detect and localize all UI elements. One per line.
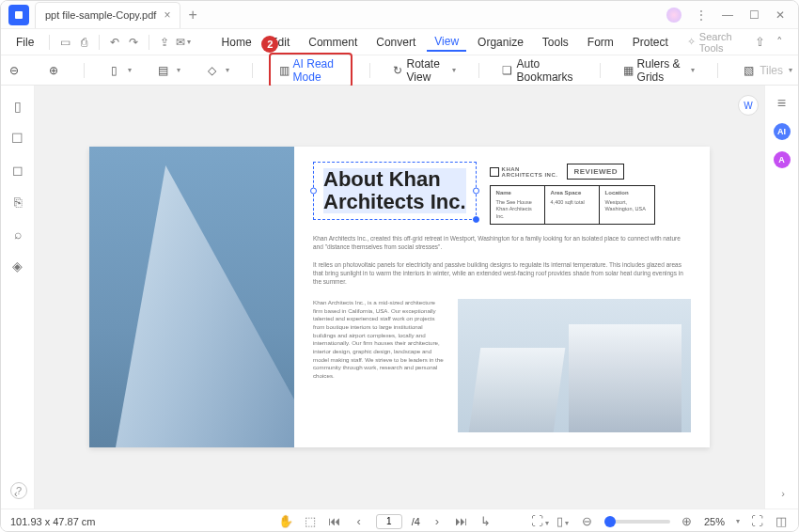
scroll-right-icon[interactable]: ›: [781, 488, 785, 499]
search-tools[interactable]: ✧ Search Tools: [687, 31, 751, 54]
paragraph-2: It relies on photovoltaic panels for ele…: [313, 260, 691, 286]
ai-secondary-icon[interactable]: A: [774, 151, 791, 168]
reading-order-button[interactable]: ▤▾: [150, 59, 186, 82]
mail-icon[interactable]: ✉▾: [176, 36, 191, 49]
ruler-icon: ▦: [623, 63, 634, 78]
menu-view[interactable]: View: [427, 33, 466, 52]
zoom-percent: 25%: [704, 516, 725, 527]
background-button[interactable]: ◇▾: [199, 59, 235, 82]
menu-protect[interactable]: Protect: [625, 34, 676, 51]
menu-organize[interactable]: Organize: [470, 34, 531, 51]
ai-assistant-icon[interactable]: AI: [774, 123, 791, 140]
callout-badge-2: 2: [261, 36, 278, 53]
page-display-button[interactable]: ▯▾: [102, 59, 137, 82]
layers-icon[interactable]: ◈: [12, 258, 23, 274]
company-logo: KHAN ARCHITECTS INC.: [490, 166, 558, 178]
wand-icon: ✧: [687, 36, 696, 48]
minimize-button[interactable]: —: [721, 8, 734, 22]
save-icon[interactable]: ▭: [57, 36, 72, 49]
thumbnails-icon[interactable]: ▯: [14, 99, 22, 114]
word-export-icon[interactable]: W: [738, 95, 759, 116]
jump-page-icon[interactable]: ↳: [478, 514, 494, 528]
fullscreen-icon[interactable]: ⛶: [749, 514, 764, 528]
zoom-out-button[interactable]: ⊖: [1, 59, 27, 82]
settings-sliders-icon[interactable]: ≡: [777, 95, 786, 112]
page-number-input[interactable]: [376, 514, 402, 529]
tiles-icon: ▧: [741, 63, 756, 78]
search-icon[interactable]: ⌕: [14, 227, 22, 242]
comments-icon[interactable]: ◻: [12, 163, 24, 178]
scroll-left-icon[interactable]: ‹: [14, 488, 18, 499]
bookmark-icon: ❏: [502, 63, 513, 78]
select-tool-icon[interactable]: ⬚: [303, 514, 318, 528]
print-icon[interactable]: ⎙: [76, 36, 91, 49]
tab-title: ppt file-sample-Copy.pdf: [45, 9, 156, 21]
bookmarks-icon[interactable]: ☐: [11, 131, 24, 146]
next-page-icon[interactable]: ›: [430, 514, 445, 528]
close-tab-icon[interactable]: ×: [164, 8, 170, 22]
menu-convert[interactable]: Convert: [368, 34, 423, 51]
chevron-up-icon[interactable]: ˄: [776, 35, 783, 49]
close-window-button[interactable]: ✕: [774, 8, 787, 22]
help-button[interactable]: ?: [10, 482, 27, 499]
heading-line-1: About Khan: [323, 168, 466, 191]
menu-comment[interactable]: Comment: [301, 34, 365, 51]
attachments-icon[interactable]: ⎘: [14, 195, 22, 210]
app-logo: [8, 5, 29, 25]
user-avatar[interactable]: [666, 8, 682, 23]
page-hero-image: [89, 147, 294, 447]
info-table: NameThe See House Khan Architects Inc. A…: [490, 185, 655, 224]
document-canvas[interactable]: W About Khan Architects Inc. KHAN: [35, 86, 764, 509]
zoom-in-button[interactable]: ⊕: [40, 59, 67, 82]
rotate-icon: ↻: [393, 63, 403, 78]
secondary-image: [458, 299, 691, 432]
book-icon: ▥: [278, 63, 289, 78]
reviewed-stamp: REVIEWED: [567, 164, 624, 180]
tiles-button: ▧Tiles▾: [735, 59, 798, 82]
single-page-icon[interactable]: ▯▾: [556, 514, 571, 528]
status-dimensions: 101.93 x 47.87 cm: [10, 516, 96, 527]
auto-bookmarks-button[interactable]: ❏Auto Bookmarks: [496, 54, 583, 87]
cloud-upload-icon[interactable]: ⇧: [755, 35, 765, 49]
menu-file[interactable]: File: [8, 34, 41, 51]
zoom-out-status-icon[interactable]: ⊖: [580, 514, 595, 528]
add-tab-button[interactable]: +: [188, 7, 196, 23]
prev-page-icon[interactable]: ‹: [352, 514, 367, 528]
menu-form[interactable]: Form: [580, 34, 621, 51]
undo-icon[interactable]: ↶: [107, 36, 122, 49]
zoom-slider[interactable]: [604, 520, 670, 524]
pdf-page: About Khan Architects Inc. KHAN ARCHITEC…: [89, 147, 710, 447]
page-total: /4: [412, 516, 420, 527]
heading-line-2: Architects Inc.: [323, 191, 466, 213]
zoom-in-status-icon[interactable]: ⊕: [680, 514, 695, 528]
document-tab[interactable]: ppt file-sample-Copy.pdf ×: [35, 2, 180, 28]
hand-tool-icon[interactable]: ✋: [278, 514, 293, 528]
more-icon[interactable]: ⋮: [695, 8, 708, 22]
fit-page-icon[interactable]: ◫: [774, 514, 789, 528]
rulers-grids-button[interactable]: ▦Rulers & Grids▾: [618, 54, 701, 87]
paragraph-3: Khan Architects Inc., is a mid-sized arc…: [313, 299, 445, 432]
last-page-icon[interactable]: ⏭: [454, 514, 469, 528]
fit-width-icon[interactable]: ⛶▾: [531, 514, 546, 528]
first-page-icon[interactable]: ⏮: [327, 514, 342, 528]
redo-icon[interactable]: ↷: [126, 36, 141, 49]
selected-text-box[interactable]: About Khan Architects Inc.: [313, 162, 477, 220]
menu-tools[interactable]: Tools: [535, 34, 576, 51]
menu-home[interactable]: Home: [214, 34, 259, 51]
share-icon[interactable]: ⇪: [157, 36, 172, 49]
rotate-view-button[interactable]: ↻Rotate View▾: [387, 54, 462, 87]
paragraph-1: Khan Architects Inc., created this off-g…: [313, 234, 691, 251]
ai-read-mode-button[interactable]: 2 ▥ AI Read Mode: [269, 53, 352, 88]
maximize-button[interactable]: ☐: [747, 8, 760, 22]
